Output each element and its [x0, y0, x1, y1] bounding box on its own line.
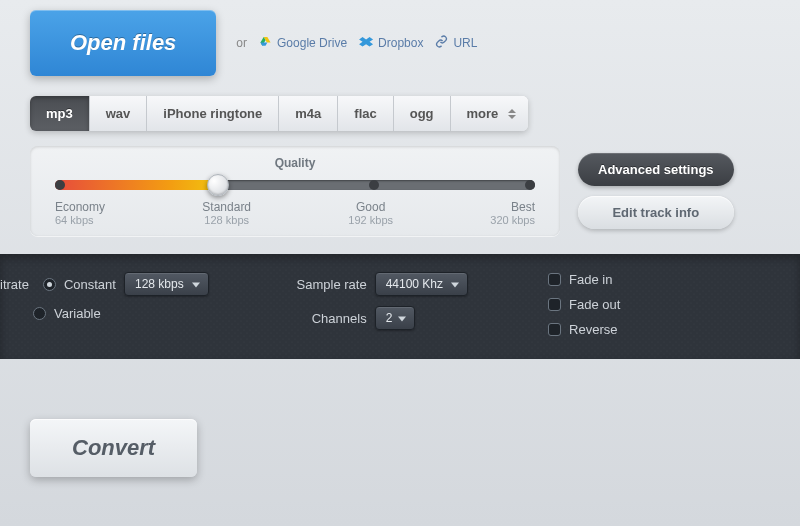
format-tab-iphone-ringtone[interactable]: iPhone ringtone — [147, 96, 279, 131]
quality-stop-standard: Standard 128 kbps — [202, 200, 251, 226]
quality-stop-name: Standard — [202, 200, 251, 214]
sample-rate-label: Sample rate — [289, 277, 367, 292]
format-tab-mp3[interactable]: mp3 — [30, 96, 90, 131]
quality-stop-economy: Economy 64 kbps — [55, 200, 105, 226]
channels-select[interactable]: 2 — [375, 306, 416, 330]
sample-channels-column: Sample rate 44100 Khz Channels 2 — [289, 272, 468, 330]
convert-button[interactable]: Convert — [30, 419, 197, 477]
format-tab-wav[interactable]: wav — [90, 96, 148, 131]
advanced-panel: itrate Constant 128 kbps Variable Sample… — [0, 254, 800, 359]
edit-track-info-button[interactable]: Edit track info — [578, 196, 734, 229]
format-tab-more-label: more — [467, 106, 499, 121]
source-section: Open files or Google Drive Dropbox URL — [0, 0, 800, 96]
slider-labels: Economy 64 kbps Standard 128 kbps Good 1… — [55, 200, 535, 226]
slider-stop-economy — [55, 180, 65, 190]
bitrate-constant-radio[interactable] — [43, 278, 56, 291]
dropbox-label: Dropbox — [378, 36, 423, 50]
quality-stop-rate: 320 kbps — [490, 214, 535, 226]
format-tab-m4a[interactable]: m4a — [279, 96, 338, 131]
bitrate-variable-label: Variable — [54, 306, 101, 321]
format-tabs-section: mp3 wav iPhone ringtone m4a flac ogg mor… — [0, 96, 800, 146]
reverse-label: Reverse — [569, 322, 617, 337]
url-label: URL — [453, 36, 477, 50]
link-icon — [435, 35, 448, 51]
format-tabs: mp3 wav iPhone ringtone m4a flac ogg mor… — [30, 96, 528, 131]
bitrate-variable-radio[interactable] — [33, 307, 46, 320]
quality-stop-name: Economy — [55, 200, 105, 214]
bitrate-constant-label: Constant — [64, 277, 116, 292]
quality-stop-name: Good — [348, 200, 393, 214]
bitrate-column: itrate Constant 128 kbps Variable — [0, 272, 209, 321]
open-files-button[interactable]: Open files — [30, 10, 216, 76]
quality-slider[interactable] — [55, 180, 535, 190]
convert-section: Convert — [0, 359, 800, 477]
source-links: or Google Drive Dropbox URL — [236, 35, 477, 51]
format-tab-ogg[interactable]: ogg — [394, 96, 451, 131]
format-tab-flac[interactable]: flac — [338, 96, 393, 131]
fade-in-label: Fade in — [569, 272, 612, 287]
dropbox-icon — [359, 37, 373, 49]
google-drive-icon — [259, 36, 272, 50]
fade-out-checkbox[interactable] — [548, 298, 561, 311]
quality-stop-best: Best 320 kbps — [490, 200, 535, 226]
sample-rate-select[interactable]: 44100 Khz — [375, 272, 468, 296]
quality-stop-good: Good 192 kbps — [348, 200, 393, 226]
quality-title: Quality — [55, 156, 535, 170]
slider-handle[interactable] — [207, 174, 229, 196]
quality-stop-rate: 192 kbps — [348, 214, 393, 226]
bitrate-label: itrate — [0, 277, 29, 292]
google-drive-link[interactable]: Google Drive — [259, 36, 347, 50]
google-drive-label: Google Drive — [277, 36, 347, 50]
advanced-settings-button[interactable]: Advanced settings — [578, 153, 734, 186]
format-tab-more[interactable]: more — [451, 96, 529, 131]
url-link[interactable]: URL — [435, 35, 477, 51]
slider-fill — [55, 180, 218, 190]
chevron-updown-icon — [508, 109, 516, 119]
quality-row: Quality Economy 64 kbps Standard 128 kbp… — [0, 146, 800, 254]
fade-out-label: Fade out — [569, 297, 620, 312]
or-label: or — [236, 36, 247, 50]
dropbox-link[interactable]: Dropbox — [359, 36, 423, 50]
slider-stop-good — [369, 180, 379, 190]
quality-stop-rate: 128 kbps — [202, 214, 251, 226]
side-buttons: Advanced settings Edit track info — [578, 153, 734, 229]
quality-stop-rate: 64 kbps — [55, 214, 105, 226]
quality-stop-name: Best — [490, 200, 535, 214]
channels-label: Channels — [289, 311, 367, 326]
reverse-checkbox[interactable] — [548, 323, 561, 336]
bitrate-select[interactable]: 128 kbps — [124, 272, 209, 296]
quality-panel: Quality Economy 64 kbps Standard 128 kbp… — [30, 146, 560, 236]
effects-column: Fade in Fade out Reverse — [548, 272, 620, 337]
slider-stop-best — [525, 180, 535, 190]
fade-in-checkbox[interactable] — [548, 273, 561, 286]
